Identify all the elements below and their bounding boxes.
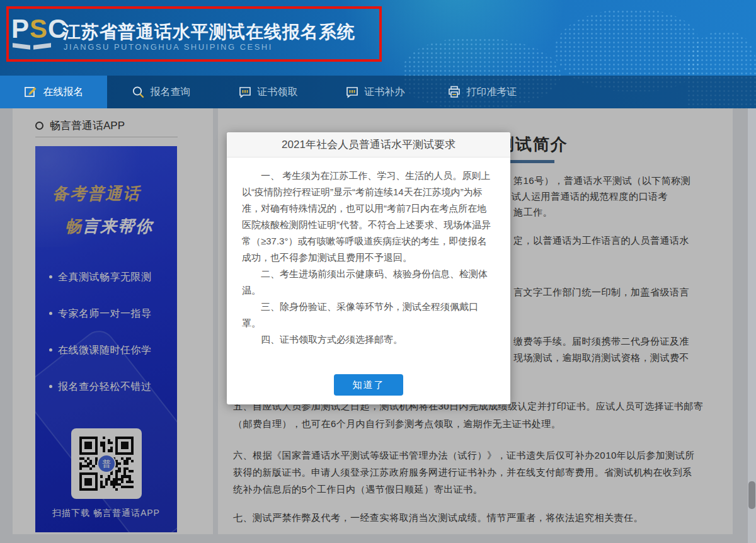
- dialog-paragraph: 三、除身份验证、采像等环节外，测试全程须佩戴口罩。: [242, 299, 495, 331]
- scrollbar-thumb[interactable]: [748, 481, 755, 509]
- tab-label: 报名查询: [151, 86, 191, 99]
- certificate-bubble-icon: [238, 85, 252, 99]
- main-nav: 在线报名 报名查询 证书领取: [0, 76, 756, 108]
- scrollbar-track[interactable]: [748, 108, 756, 543]
- search-icon: [131, 85, 145, 99]
- certificate-bubble-icon: [345, 85, 359, 99]
- tab-label: 打印准考证: [467, 86, 517, 99]
- tab-certificate-reissue[interactable]: 证书补办: [321, 76, 428, 108]
- tab-online-registration[interactable]: 在线报名: [0, 76, 107, 108]
- tab-label: 证书补办: [365, 86, 405, 99]
- tab-label: 在线报名: [43, 86, 84, 99]
- tab-print-admission-ticket[interactable]: 打印准考证: [428, 76, 536, 108]
- got-it-button[interactable]: 知道了: [334, 374, 403, 396]
- tab-label: 证书领取: [258, 86, 298, 99]
- notice-dialog: 2021年社会人员普通话水平测试要求 一、 考生须为在江苏工作、学习、生活的人员…: [227, 132, 510, 404]
- printer-icon: [447, 85, 461, 99]
- dialog-paragraph: 四、证书领取方式必须选择邮寄。: [242, 331, 495, 348]
- dialog-title: 2021年社会人员普通话水平测试要求: [227, 132, 510, 157]
- tab-certificate-collection[interactable]: 证书领取: [214, 76, 321, 108]
- dialog-paragraph: 二、考生进场前须出示健康码、核验身份信息、检测体温。: [242, 266, 495, 299]
- tab-registration-query[interactable]: 报名查询: [107, 76, 214, 108]
- dialog-paragraph: 一、 考生须为在江苏工作、学习、生活的人员。原则上以“疫情防控行程证明”显示“考…: [242, 168, 495, 266]
- dialog-body: 一、 考生须为在江苏工作、学习、生活的人员。原则上以“疫情防控行程证明”显示“考…: [227, 157, 510, 348]
- page: PSC 江苏省普通话水平测试在线报名系统 JIANGSU PUTONGHUA S…: [0, 0, 756, 543]
- annotation-highlight-box: [6, 6, 382, 62]
- edit-icon: [24, 85, 38, 99]
